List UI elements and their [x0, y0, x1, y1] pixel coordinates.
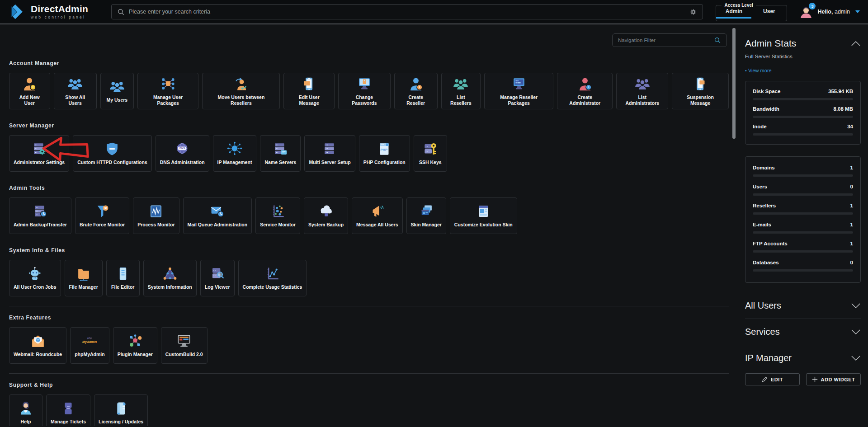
tile-customize-evolution-skin[interactable]: Customize Evolution Skin: [450, 197, 517, 234]
access-tab-admin[interactable]: Admin: [716, 7, 751, 19]
search-input[interactable]: [129, 9, 689, 15]
tile-label: PHP Configuration: [363, 160, 406, 165]
tile-log-viewer[interactable]: Log Viewer: [200, 260, 235, 296]
tile-all-user-cron-jobs[interactable]: All User Cron Jobs: [9, 260, 61, 296]
sidebar-section-ip-manager[interactable]: IP Manager: [745, 345, 861, 371]
tile-move-users-between-resellers[interactable]: Move Users between Resellers: [202, 73, 280, 109]
tile-add-new-user[interactable]: +Add New User: [9, 73, 50, 109]
chevron-down-icon[interactable]: [851, 303, 861, 309]
tile-row: +Add New UserShow All UsersMy UsersManag…: [9, 73, 729, 109]
tile-ip-management[interactable]: IP Management: [213, 135, 257, 172]
tile-admin-backup-transfer[interactable]: Admin Backup/Transfer: [9, 197, 71, 234]
main-scrollbar[interactable]: [732, 28, 736, 139]
tile-dns-administration[interactable]: DNSDNS Administration: [156, 135, 209, 172]
tile-manage-reseller-packages[interactable]: Manage Reseller Packages: [484, 73, 553, 109]
tile-system-information[interactable]: System Information: [143, 260, 197, 296]
tile-manage-user-packages[interactable]: Manage User Packages: [137, 73, 199, 109]
tile-label: Edit User Message: [288, 94, 330, 106]
stat-row-resellers: Resellers1: [753, 203, 853, 215]
add-widget-button[interactable]: ADD WIDGET: [806, 373, 861, 385]
tile-suspension-message[interactable]: Suspension Message: [672, 73, 729, 109]
tile-brute-force-monitor[interactable]: Brute Force Monitor: [75, 197, 129, 234]
admin-stats-header[interactable]: Admin Stats: [745, 38, 861, 49]
tile-file-manager[interactable]: File Manager: [65, 260, 103, 296]
section-account-manager: Account Manager+Add New UserShow All Use…: [9, 60, 729, 109]
tile-label: CustomBuild 2.0: [165, 352, 203, 357]
notification-badge[interactable]: 3: [809, 3, 816, 9]
tile-label: Custom HTTPD Configurations: [77, 160, 147, 165]
right-sidebar: Admin Stats Full Server Statistics • Vie…: [737, 24, 868, 426]
tile-plugin-manager[interactable]: Plugin Manager: [113, 327, 157, 364]
tile-label: Skin Manager: [411, 222, 442, 227]
php-configuration-icon: PHP: [376, 141, 393, 160]
access-tab-user[interactable]: User: [751, 7, 787, 19]
edit-button[interactable]: EDIT: [745, 373, 800, 385]
create-administrator-icon: +: [576, 75, 594, 94]
tile-skin-manager[interactable]: Skin Manager: [406, 197, 446, 234]
sections: Account Manager+Add New UserShow All Use…: [9, 60, 729, 426]
tile-name-servers[interactable]: Name Servers: [260, 135, 301, 172]
tile-webmail-roundcube[interactable]: Webmail: Roundcube: [9, 327, 66, 364]
tile-create-reseller[interactable]: +Create Reseller: [394, 73, 438, 109]
tile-multi-server-setup[interactable]: Multi Server Setup: [304, 135, 355, 172]
tile-mail-queue-administration[interactable]: Mail Queue Administration: [183, 197, 252, 234]
tile-label: Show All Users: [58, 94, 92, 106]
tile-help[interactable]: Help: [9, 394, 42, 426]
tile-my-users[interactable]: My Users: [100, 73, 134, 109]
tile-change-passwords[interactable]: Change Passwords: [338, 73, 391, 109]
svg-text:PHP: PHP: [381, 148, 387, 152]
tile-php-configuration[interactable]: PHPPHP Configuration: [359, 135, 410, 172]
sidebar-section-services[interactable]: Services: [745, 319, 861, 345]
tile-ssh-keys[interactable]: SSH Keys: [414, 135, 447, 172]
directadmin-logo[interactable]: DirectAdmin web control panel: [10, 4, 110, 20]
tile-process-monitor[interactable]: Process Monitor: [133, 197, 179, 234]
customize-evolution-skin-icon: [475, 203, 492, 222]
tile-label: Admin Backup/Transfer: [14, 222, 67, 227]
section-title: Admin Tools: [9, 185, 729, 191]
stat-row-disk-space: Disk Space355.94 KB: [753, 89, 853, 100]
name-servers-icon: [272, 141, 289, 160]
custom-httpd-icon: [104, 141, 121, 160]
file-manager-icon: [75, 265, 92, 284]
tile-custombuild-2-0[interactable]: CustomBuild 2.0: [161, 327, 208, 364]
navigation-filter-input[interactable]: [618, 38, 714, 43]
stat-label: FTP Accounts: [753, 241, 788, 246]
tile-complete-usage-statistics[interactable]: Complete Usage Statistics: [238, 260, 307, 296]
tile-label: Process Monitor: [137, 222, 175, 227]
tile-label: Message All Users: [356, 222, 398, 227]
chevron-up-icon[interactable]: [851, 41, 861, 47]
tile-label: SSH Keys: [419, 160, 442, 165]
tile-manage-tickets[interactable]: Manage Tickets: [46, 394, 90, 426]
tile-system-backup[interactable]: System Backup: [304, 197, 348, 234]
user-menu[interactable]: 3 Hello, admin: [799, 5, 860, 19]
tile-administrator-settings[interactable]: Administrator Settings: [9, 135, 69, 172]
tile-list-resellers[interactable]: List Resellers: [441, 73, 481, 109]
view-more-link[interactable]: • View more: [745, 68, 772, 73]
suspension-message-icon: [692, 75, 709, 94]
tile-custom-httpd-configurations[interactable]: Custom HTTPD Configurations: [73, 135, 152, 172]
tile-label: Manage User Packages: [142, 94, 194, 106]
tile-create-administrator[interactable]: +Create Administrator: [557, 73, 613, 109]
tile-show-all-users[interactable]: Show All Users: [54, 73, 97, 109]
tile-message-all-users[interactable]: Message All Users: [352, 197, 402, 234]
section-extra-features: Extra FeaturesWebmail: RoundcubephpMyAdm…: [9, 314, 729, 364]
tile-service-monitor[interactable]: Service Monitor: [255, 197, 300, 234]
access-level-switch: Access Level Admin User: [716, 3, 787, 21]
tile-phpmyadmin[interactable]: phpMyAdminphpMyAdmin: [70, 327, 109, 364]
chevron-down-icon[interactable]: [851, 329, 861, 335]
stat-progress-bar: [753, 133, 853, 136]
tile-label: File Manager: [69, 284, 98, 290]
username: admin: [835, 9, 850, 15]
tile-licensing-updates[interactable]: Licensing / Updates: [94, 394, 148, 426]
stat-value: 0: [850, 184, 853, 189]
tile-edit-user-message[interactable]: Edit User Message: [283, 73, 334, 109]
chevron-down-icon[interactable]: [851, 355, 861, 361]
tile-file-editor[interactable]: File Editor: [106, 260, 140, 296]
tile-list-administrators[interactable]: List Administrators: [616, 73, 668, 109]
sidebar-section-all-users[interactable]: All Users: [745, 293, 861, 319]
tile-row: HelpManage TicketsLicensing / Updates: [9, 394, 729, 426]
service-monitor-icon: [269, 203, 287, 222]
navigation-filter: [612, 33, 727, 47]
stat-row-ftp-accounts: FTP Accounts1: [753, 241, 853, 253]
search-settings-gear-icon[interactable]: [689, 8, 697, 16]
